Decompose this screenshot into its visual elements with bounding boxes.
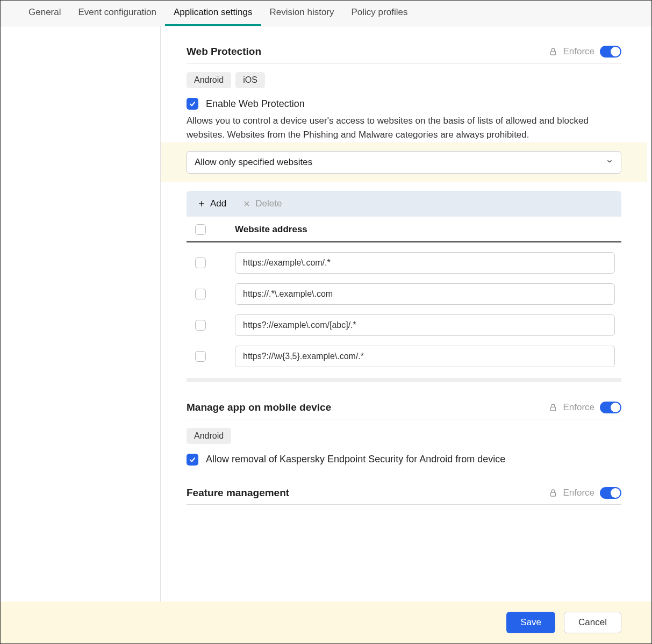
tab-revision-history[interactable]: Revision history — [261, 1, 343, 26]
pill-android[interactable]: Android — [187, 72, 231, 88]
chevron-down-icon — [606, 157, 613, 168]
section-title: Manage app on mobile device — [187, 402, 331, 413]
row-checkbox[interactable] — [195, 257, 206, 268]
tab-general[interactable]: General — [20, 1, 69, 26]
select-value: Allow only specified websites — [195, 157, 312, 168]
row-checkbox[interactable] — [195, 320, 206, 331]
tab-event-configuration[interactable]: Event configuration — [69, 1, 165, 26]
section-header-web-protection: Web Protection Enforce — [187, 46, 621, 63]
website-address-input[interactable] — [235, 283, 615, 305]
table-header: Website address — [187, 217, 621, 242]
enforce-label: Enforce — [563, 46, 594, 57]
website-address-input[interactable] — [235, 346, 615, 367]
section-title: Feature management — [187, 487, 289, 499]
lock-icon — [549, 488, 557, 498]
section-title: Web Protection — [187, 46, 261, 58]
enforce-toggle[interactable] — [600, 402, 621, 413]
delete-button[interactable]: Delete — [242, 198, 282, 209]
tab-policy-profiles[interactable]: Policy profiles — [343, 1, 417, 26]
lock-icon — [549, 47, 557, 56]
enforce-toggle[interactable] — [600, 487, 621, 499]
table-row — [187, 242, 621, 274]
save-button[interactable]: Save — [506, 612, 555, 633]
sidebar — [1, 26, 161, 602]
lock-icon — [549, 403, 557, 412]
select-all-checkbox[interactable] — [195, 224, 206, 235]
add-button[interactable]: Add — [197, 198, 226, 209]
website-address-input[interactable] — [235, 252, 615, 274]
enforce-toggle[interactable] — [600, 46, 621, 58]
row-checkbox[interactable] — [195, 289, 206, 299]
enable-web-protection-checkbox[interactable] — [187, 98, 198, 110]
svg-rect-5 — [551, 407, 556, 411]
table-scrollbar[interactable] — [187, 378, 621, 382]
cancel-button[interactable]: Cancel — [564, 612, 621, 633]
section-header-manage-app: Manage app on mobile device Enforce — [187, 402, 621, 419]
tab-application-settings[interactable]: Application settings — [165, 1, 261, 26]
pill-android[interactable]: Android — [187, 428, 231, 444]
allow-removal-checkbox[interactable] — [187, 454, 198, 466]
web-protection-mode-select[interactable]: Allow only specified websites — [187, 151, 621, 174]
table-toolbar: Add Delete — [187, 191, 621, 217]
tab-bar: General Event configuration Application … — [1, 1, 651, 26]
enforce-label: Enforce — [563, 488, 594, 498]
section-header-feature-management: Feature management Enforce — [187, 487, 621, 505]
enable-web-protection-label: Enable Web Protection — [206, 98, 305, 110]
website-address-input[interactable] — [235, 314, 615, 336]
column-header-address: Website address — [235, 224, 615, 235]
row-checkbox[interactable] — [195, 351, 206, 362]
table-row — [187, 274, 621, 305]
enforce-label: Enforce — [563, 402, 594, 413]
svg-rect-0 — [551, 51, 556, 55]
table-row — [187, 336, 621, 367]
footer-bar: Save Cancel — [1, 602, 651, 643]
main-content: Web Protection Enforce Android iOS Enabl… — [161, 26, 651, 602]
web-protection-description: Allows you to control a device user's ac… — [187, 114, 621, 142]
table-row — [187, 305, 621, 336]
pill-ios[interactable]: iOS — [235, 72, 265, 88]
allow-removal-label: Allow removal of Kaspersky Endpoint Secu… — [206, 454, 505, 465]
svg-rect-6 — [551, 492, 556, 496]
